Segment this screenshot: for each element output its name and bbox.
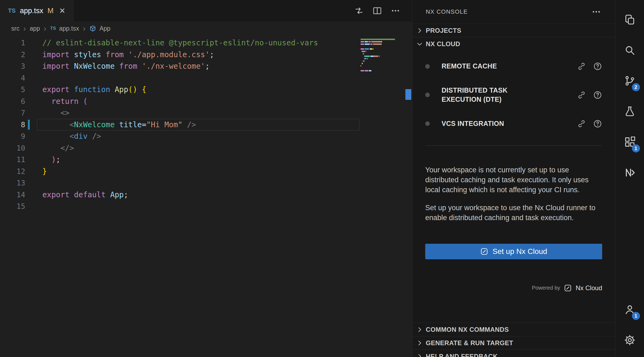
code-line-12[interactable]: 12} — [0, 166, 412, 177]
section-nx-cloud[interactable]: NX CLOUD — [412, 37, 615, 50]
activity-files-copy-icon[interactable] — [615, 4, 644, 35]
nx-console-icon — [624, 167, 636, 178]
code-line-7[interactable]: 7 <> — [0, 107, 412, 119]
nx-cloud-content: REMOTE CACHEDISTRIBUTED TASK EXECUTION (… — [412, 50, 615, 292]
section-label: HELP AND FEEDBACK — [426, 353, 498, 357]
code-text: <> — [32, 108, 69, 117]
feature-label: DISTRIBUTED TASK EXECUTION (DTE) — [442, 86, 538, 104]
feature-distributed-task-execution-dte: DISTRIBUTED TASK EXECUTION (DTE) — [412, 86, 615, 104]
powered-by-brand: Nx Cloud — [576, 284, 602, 292]
breadcrumb-item-src[interactable]: src — [11, 25, 20, 32]
section-label: PROJECTS — [426, 27, 461, 34]
tab-app-tsx[interactable]: TS app.tsx M × — [0, 0, 73, 21]
code-line-10[interactable]: 10 </> — [0, 142, 412, 154]
code-line-5[interactable]: 5export function App() { — [0, 84, 412, 96]
nx-console-panel: NX CONSOLE PROJECTS NX CLOUD REMOTE CACH… — [412, 0, 615, 357]
code-line-11[interactable]: 11 ); — [0, 154, 412, 166]
breadcrumb-separator: › — [83, 24, 86, 32]
code-line-14[interactable]: 14export default App; — [0, 189, 412, 201]
code-text: } — [32, 167, 47, 176]
code-line-13[interactable]: 13 — [0, 177, 412, 189]
line-number: 15 — [0, 202, 32, 210]
setup-button-label: Set up Nx Cloud — [493, 247, 547, 256]
chevron-right-icon — [416, 353, 423, 357]
link-icon[interactable] — [577, 90, 586, 100]
activity-bar: 21 1 — [615, 0, 644, 357]
panel-header: NX CONSOLE — [412, 0, 615, 24]
activity-beaker-icon[interactable] — [615, 96, 644, 127]
section-label: NX CLOUD — [426, 40, 460, 48]
breadcrumb: src›app›TSapp.tsx›App — [0, 21, 412, 35]
powered-by: Powered by Nx Cloud — [412, 284, 615, 292]
link-icon[interactable] — [577, 62, 586, 71]
activity-bar-top: 21 — [615, 4, 644, 188]
line-number: 7 — [0, 109, 32, 117]
search-icon — [624, 44, 636, 56]
overview-ruler-modified-mark — [405, 89, 411, 100]
code-text: import styles from './app.module.css'; — [32, 50, 214, 59]
chevron-right-icon — [416, 326, 423, 333]
activity-account-icon[interactable]: 1 — [615, 294, 644, 325]
chevron-right-icon — [416, 27, 423, 34]
activity-extensions-icon[interactable]: 1 — [615, 127, 644, 157]
code-line-8[interactable]: 8 <NxWelcome title="Hi Mom" /> — [0, 119, 412, 131]
code-line-2[interactable]: 2import styles from './app.module.css'; — [0, 49, 412, 61]
section-label: GENERATE & RUN TARGET — [426, 339, 513, 347]
line-number: 4 — [0, 74, 32, 82]
breadcrumb-item-app[interactable]: app — [30, 25, 40, 32]
panel-title: NX CONSOLE — [426, 8, 468, 15]
setup-nx-cloud-button[interactable]: Set up Nx Cloud — [425, 244, 602, 259]
code-line-6[interactable]: 6 return ( — [0, 96, 412, 107]
tab-filename: app.tsx — [20, 7, 43, 15]
nx-cloud-logo-icon — [480, 247, 488, 256]
feature-actions — [577, 62, 602, 71]
line-number: 6 — [0, 97, 32, 105]
badge: 2 — [632, 83, 640, 91]
activity-nx-console-icon[interactable] — [615, 157, 644, 188]
code-lines: 1// eslint-disable-next-line @typescript… — [0, 37, 412, 212]
feature-actions — [577, 119, 602, 128]
section-projects[interactable]: PROJECTS — [412, 24, 615, 37]
line-number: 3 — [0, 62, 32, 70]
code-line-1[interactable]: 1// eslint-disable-next-line @typescript… — [0, 37, 412, 49]
typescript-file-icon: TS — [8, 7, 16, 14]
status-dot-icon — [425, 93, 430, 97]
code-text: </> — [32, 144, 74, 152]
badge: 1 — [632, 312, 640, 320]
line-number: 10 — [0, 144, 32, 152]
code-text: <div /> — [32, 132, 101, 141]
code-line-15[interactable]: 15 — [0, 201, 412, 212]
symbol-cube-icon — [89, 25, 96, 32]
help-icon[interactable] — [593, 90, 602, 100]
activity-search-icon[interactable] — [615, 35, 644, 65]
workspace-status-text: Your workspace is not currently set up t… — [425, 165, 602, 195]
open-changes-icon[interactable] — [354, 6, 364, 16]
code-text: return ( — [32, 97, 88, 106]
code-line-3[interactable]: 3import NxWelcome from './nx-welcome'; — [0, 60, 412, 72]
section-label: COMMON NX COMMANDS — [426, 326, 509, 333]
section-help-and-feedback[interactable]: HELP AND FEEDBACK — [412, 349, 615, 357]
code-editor[interactable]: 1// eslint-disable-next-line @typescript… — [0, 35, 412, 357]
vscode-window: TS app.tsx M × src›app›TSapp.tsx›App 1//… — [0, 0, 644, 357]
section-generate-run-target[interactable]: GENERATE & RUN TARGET — [412, 336, 615, 349]
activity-settings-gear-icon[interactable] — [615, 325, 644, 355]
help-icon[interactable] — [593, 119, 602, 128]
split-editor-icon[interactable] — [372, 6, 382, 16]
close-icon[interactable]: × — [60, 6, 65, 16]
line-number: 1 — [0, 39, 32, 47]
breadcrumb-item-app[interactable]: App — [99, 25, 110, 32]
code-line-9[interactable]: 9 <div /> — [0, 130, 412, 142]
code-line-4[interactable]: 4 — [0, 72, 412, 84]
more-actions-icon[interactable] — [591, 7, 601, 17]
activity-source-control-icon[interactable]: 2 — [615, 65, 644, 96]
more-actions-icon[interactable] — [391, 6, 400, 16]
help-icon[interactable] — [593, 62, 602, 71]
section-common-nx-commands[interactable]: COMMON NX COMMANDS — [412, 323, 615, 336]
line-number: 12 — [0, 167, 32, 176]
breadcrumb-separator: › — [23, 24, 26, 32]
minimap[interactable] — [361, 38, 406, 74]
link-icon[interactable] — [577, 119, 586, 128]
breadcrumb-item-app-tsx[interactable]: app.tsx — [59, 25, 79, 32]
code-text: ); — [32, 155, 60, 164]
editor-group: TS app.tsx M × src›app›TSapp.tsx›App 1//… — [0, 0, 412, 357]
